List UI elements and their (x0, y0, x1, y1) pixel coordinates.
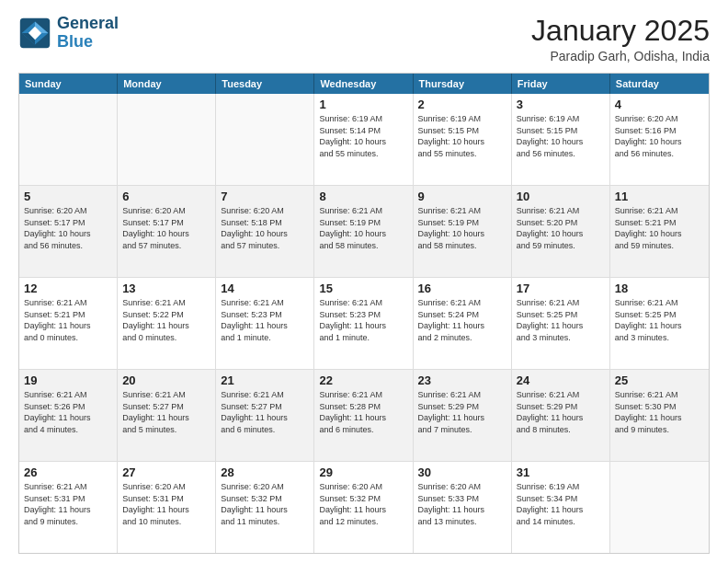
calendar-body: 1Sunrise: 6:19 AMSunset: 5:14 PMDaylight… (19, 94, 709, 553)
calendar-row-2: 12Sunrise: 6:21 AMSunset: 5:21 PMDayligh… (19, 277, 709, 369)
calendar-cell-r2-c0: 12Sunrise: 6:21 AMSunset: 5:21 PMDayligh… (19, 278, 118, 369)
day-number: 25 (615, 373, 704, 387)
day-number: 28 (221, 465, 309, 479)
calendar-cell-r0-c6: 4Sunrise: 6:20 AMSunset: 5:16 PMDaylight… (610, 94, 709, 185)
day-number: 27 (122, 465, 210, 479)
cell-text: Sunrise: 6:21 AMSunset: 5:31 PMDaylight:… (24, 481, 112, 527)
day-number: 9 (418, 190, 506, 203)
calendar-row-4: 26Sunrise: 6:21 AMSunset: 5:31 PMDayligh… (19, 461, 709, 553)
calendar-cell-r2-c4: 16Sunrise: 6:21 AMSunset: 5:24 PMDayligh… (414, 278, 512, 369)
logo-icon (18, 17, 51, 50)
calendar-cell-r4-c1: 27Sunrise: 6:20 AMSunset: 5:31 PMDayligh… (118, 462, 216, 553)
calendar-cell-r1-c6: 11Sunrise: 6:21 AMSunset: 5:21 PMDayligh… (610, 186, 709, 277)
calendar-cell-r2-c6: 18Sunrise: 6:21 AMSunset: 5:25 PMDayligh… (610, 278, 709, 369)
calendar-cell-r1-c2: 7Sunrise: 6:20 AMSunset: 5:18 PMDaylight… (216, 186, 314, 277)
cell-text: Sunrise: 6:21 AMSunset: 5:25 PMDaylight:… (517, 297, 605, 343)
cell-text: Sunrise: 6:21 AMSunset: 5:29 PMDaylight:… (517, 389, 605, 435)
cell-text: Sunrise: 6:19 AMSunset: 5:15 PMDaylight:… (517, 113, 605, 159)
calendar: SundayMondayTuesdayWednesdayThursdayFrid… (18, 73, 710, 554)
day-number: 5 (24, 190, 112, 203)
cell-text: Sunrise: 6:20 AMSunset: 5:16 PMDaylight:… (615, 113, 704, 159)
calendar-cell-r2-c5: 17Sunrise: 6:21 AMSunset: 5:25 PMDayligh… (512, 278, 610, 369)
cell-text: Sunrise: 6:20 AMSunset: 5:17 PMDaylight:… (122, 205, 210, 251)
weekday-header-saturday: Saturday (610, 74, 709, 94)
calendar-cell-r1-c1: 6Sunrise: 6:20 AMSunset: 5:17 PMDaylight… (118, 186, 216, 277)
calendar-row-3: 19Sunrise: 6:21 AMSunset: 5:26 PMDayligh… (19, 369, 709, 461)
weekday-header-wednesday: Wednesday (314, 74, 413, 94)
header: General Blue January 2025 Paradip Garh, … (18, 15, 710, 63)
calendar-cell-r1-c3: 8Sunrise: 6:21 AMSunset: 5:19 PMDaylight… (314, 186, 413, 277)
cell-text: Sunrise: 6:20 AMSunset: 5:18 PMDaylight:… (221, 205, 309, 251)
calendar-cell-r4-c0: 26Sunrise: 6:21 AMSunset: 5:31 PMDayligh… (19, 462, 118, 553)
calendar-cell-r3-c5: 24Sunrise: 6:21 AMSunset: 5:29 PMDayligh… (512, 370, 610, 461)
calendar-cell-r1-c4: 9Sunrise: 6:21 AMSunset: 5:19 PMDaylight… (414, 186, 512, 277)
day-number: 14 (221, 282, 309, 295)
calendar-cell-r4-c2: 28Sunrise: 6:20 AMSunset: 5:32 PMDayligh… (216, 462, 314, 553)
cell-text: Sunrise: 6:21 AMSunset: 5:30 PMDaylight:… (615, 389, 704, 435)
calendar-cell-r3-c1: 20Sunrise: 6:21 AMSunset: 5:27 PMDayligh… (118, 370, 216, 461)
calendar-cell-r0-c3: 1Sunrise: 6:19 AMSunset: 5:14 PMDaylight… (314, 94, 413, 185)
weekday-header-tuesday: Tuesday (216, 74, 314, 94)
calendar-cell-r0-c2 (216, 94, 314, 185)
calendar-header: SundayMondayTuesdayWednesdayThursdayFrid… (19, 74, 709, 94)
cell-text: Sunrise: 6:21 AMSunset: 5:29 PMDaylight:… (418, 389, 506, 435)
cell-text: Sunrise: 6:21 AMSunset: 5:19 PMDaylight:… (319, 205, 407, 251)
day-number: 7 (221, 190, 309, 203)
calendar-cell-r4-c3: 29Sunrise: 6:20 AMSunset: 5:32 PMDayligh… (314, 462, 413, 553)
weekday-header-monday: Monday (118, 74, 216, 94)
day-number: 30 (418, 465, 506, 479)
cell-text: Sunrise: 6:21 AMSunset: 5:23 PMDaylight:… (221, 297, 309, 343)
calendar-cell-r0-c4: 2Sunrise: 6:19 AMSunset: 5:15 PMDaylight… (414, 94, 512, 185)
day-number: 26 (24, 465, 112, 479)
day-number: 24 (517, 373, 605, 387)
logo-text: General Blue (57, 15, 119, 52)
day-number: 2 (418, 98, 506, 111)
cell-text: Sunrise: 6:19 AMSunset: 5:15 PMDaylight:… (418, 113, 506, 159)
calendar-cell-r0-c1 (118, 94, 216, 185)
calendar-cell-r0-c5: 3Sunrise: 6:19 AMSunset: 5:15 PMDaylight… (512, 94, 610, 185)
cell-text: Sunrise: 6:19 AMSunset: 5:14 PMDaylight:… (319, 113, 407, 159)
cell-text: Sunrise: 6:21 AMSunset: 5:23 PMDaylight:… (319, 297, 407, 343)
logo-line1: General (57, 15, 119, 33)
cell-text: Sunrise: 6:21 AMSunset: 5:20 PMDaylight:… (517, 205, 605, 251)
calendar-cell-r2-c1: 13Sunrise: 6:21 AMSunset: 5:22 PMDayligh… (118, 278, 216, 369)
calendar-cell-r3-c4: 23Sunrise: 6:21 AMSunset: 5:29 PMDayligh… (414, 370, 512, 461)
calendar-cell-r3-c2: 21Sunrise: 6:21 AMSunset: 5:27 PMDayligh… (216, 370, 314, 461)
calendar-cell-r2-c3: 15Sunrise: 6:21 AMSunset: 5:23 PMDayligh… (314, 278, 413, 369)
calendar-cell-r4-c5: 31Sunrise: 6:19 AMSunset: 5:34 PMDayligh… (512, 462, 610, 553)
calendar-cell-r3-c0: 19Sunrise: 6:21 AMSunset: 5:26 PMDayligh… (19, 370, 118, 461)
day-number: 22 (319, 373, 407, 387)
cell-text: Sunrise: 6:21 AMSunset: 5:21 PMDaylight:… (24, 297, 112, 343)
day-number: 10 (517, 190, 605, 203)
day-number: 19 (24, 373, 112, 387)
logo-line2: Blue (57, 33, 119, 52)
day-number: 6 (122, 190, 210, 203)
day-number: 20 (122, 373, 210, 387)
cell-text: Sunrise: 6:19 AMSunset: 5:34 PMDaylight:… (517, 481, 605, 527)
weekday-header-thursday: Thursday (414, 74, 512, 94)
day-number: 4 (615, 98, 704, 111)
day-number: 18 (615, 282, 704, 295)
cell-text: Sunrise: 6:20 AMSunset: 5:32 PMDaylight:… (221, 481, 309, 527)
logo: General Blue (18, 15, 119, 52)
cell-text: Sunrise: 6:20 AMSunset: 5:32 PMDaylight:… (319, 481, 407, 527)
calendar-cell-r1-c5: 10Sunrise: 6:21 AMSunset: 5:20 PMDayligh… (512, 186, 610, 277)
day-number: 1 (319, 98, 407, 111)
day-number: 21 (221, 373, 309, 387)
day-number: 31 (517, 465, 605, 479)
month-title: January 2025 (531, 15, 710, 47)
day-number: 13 (122, 282, 210, 295)
calendar-cell-r3-c3: 22Sunrise: 6:21 AMSunset: 5:28 PMDayligh… (314, 370, 413, 461)
calendar-cell-r4-c6 (610, 462, 709, 553)
calendar-row-0: 1Sunrise: 6:19 AMSunset: 5:14 PMDaylight… (19, 94, 709, 185)
day-number: 3 (517, 98, 605, 111)
cell-text: Sunrise: 6:20 AMSunset: 5:17 PMDaylight:… (24, 205, 112, 251)
cell-text: Sunrise: 6:21 AMSunset: 5:19 PMDaylight:… (418, 205, 506, 251)
calendar-cell-r2-c2: 14Sunrise: 6:21 AMSunset: 5:23 PMDayligh… (216, 278, 314, 369)
day-number: 8 (319, 190, 407, 203)
cell-text: Sunrise: 6:20 AMSunset: 5:31 PMDaylight:… (122, 481, 210, 527)
day-number: 23 (418, 373, 506, 387)
calendar-page: General Blue January 2025 Paradip Garh, … (0, 0, 728, 563)
day-number: 17 (517, 282, 605, 295)
cell-text: Sunrise: 6:21 AMSunset: 5:22 PMDaylight:… (122, 297, 210, 343)
